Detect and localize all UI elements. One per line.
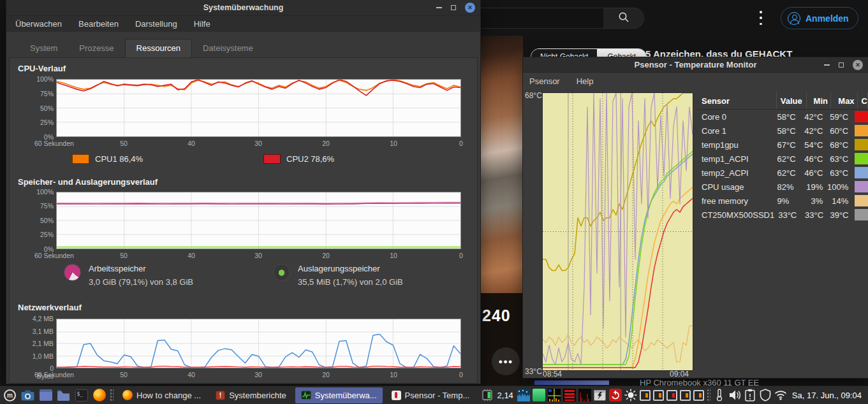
- search-button[interactable]: [603, 8, 644, 29]
- resolution-badge: 240: [482, 307, 511, 325]
- temperature-tray-icon[interactable]: [713, 389, 726, 401]
- cpufreq-applet-core3-icon[interactable]: [666, 390, 677, 401]
- terminal-icon: $_: [75, 389, 88, 401]
- tab-prozesse[interactable]: Prozesse: [68, 40, 124, 57]
- close-icon[interactable]: ✕: [853, 60, 863, 70]
- table-row[interactable]: temp2_ACPI62°C46°C63°C: [697, 166, 868, 180]
- menu-hilfe[interactable]: Hilfe: [194, 19, 210, 29]
- signin-button[interactable]: Anmelden: [781, 7, 858, 29]
- terminal-launcher[interactable]: $_: [74, 388, 89, 403]
- network-section-title: Netzwerkverlauf: [18, 303, 82, 312]
- maximize-icon[interactable]: [451, 5, 456, 10]
- cpufreq-applet-core2-icon[interactable]: [653, 390, 664, 401]
- cpu-x-20: 20: [312, 140, 340, 147]
- minimize-icon[interactable]: [824, 64, 830, 66]
- shield-firewall-icon[interactable]: [759, 389, 772, 401]
- signin-label: Anmelden: [805, 13, 849, 24]
- sensor-color-swatch: [855, 111, 868, 122]
- header-min[interactable]: Min: [807, 92, 831, 109]
- volume-icon[interactable]: [728, 389, 741, 401]
- menu-psensor[interactable]: Psensor: [529, 76, 560, 86]
- firefox-launcher[interactable]: [92, 388, 107, 403]
- video-thumbnail[interactable]: [480, 36, 523, 293]
- cpufreq-applet-core4-icon[interactable]: [680, 390, 691, 401]
- taskbar-window-howtochange[interactable]: How to change ...: [117, 387, 207, 403]
- window-button-label: Psensor - Temp...: [405, 391, 470, 400]
- menu-help[interactable]: Help: [577, 76, 594, 86]
- power-button-icon[interactable]: [609, 389, 622, 401]
- header-value[interactable]: Value: [777, 92, 807, 109]
- table-row[interactable]: CPU usage82%19%100%: [697, 180, 868, 194]
- net-y-31: 3,1 MB: [32, 328, 54, 335]
- thermometer-icon: [392, 391, 401, 400]
- network-graph-applet-icon[interactable]: [517, 389, 530, 401]
- more-actions-button[interactable]: ●●●: [492, 347, 520, 375]
- header-max[interactable]: Max: [831, 92, 858, 109]
- panel-drag-handle[interactable]: [110, 389, 114, 401]
- titlebar[interactable]: Systemüberwachung ✕: [6, 0, 480, 16]
- header-color[interactable]: C: [858, 92, 868, 109]
- tab-dateisysteme[interactable]: Dateisysteme: [192, 40, 264, 57]
- wifi-icon[interactable]: [774, 389, 787, 401]
- net-x-50: 50: [110, 371, 138, 379]
- taskbar-window-systemmonitor[interactable]: Systemüberwa...: [295, 387, 383, 403]
- window-manager-launcher[interactable]: [38, 388, 53, 403]
- clipboard-icon[interactable]: [744, 389, 756, 401]
- clock[interactable]: Sa, 17. Jun., 09:04: [792, 391, 862, 400]
- tab-ressourcen[interactable]: Ressourcen: [125, 39, 192, 57]
- menu-darstellung[interactable]: Darstellung: [135, 19, 177, 29]
- table-row[interactable]: CT250MX500SSD133°C33°C39°C: [697, 208, 868, 222]
- tab-system[interactable]: System: [19, 40, 68, 57]
- cpu1-legend[interactable]: CPU1 86,4%: [72, 154, 143, 164]
- table-header[interactable]: Sensor Value Min Max C: [697, 92, 868, 110]
- swap-legend-item[interactable]: Auslagerungsspeicher 35,5 MiB (1,7%) von…: [273, 264, 403, 287]
- cpu1-legend-label: CPU1 86,4%: [95, 154, 143, 164]
- titlebar[interactable]: Psensor - Temperature Monitor ✕: [523, 57, 868, 73]
- mint-menu-button[interactable]: m: [3, 388, 17, 403]
- load-average-value[interactable]: 2,14: [496, 391, 515, 400]
- taskbar: m $_ How to change ... ! Systemberichte …: [0, 386, 868, 404]
- file-manager-launcher[interactable]: [56, 388, 71, 403]
- header-sensor[interactable]: Sensor: [697, 92, 777, 109]
- brightness-sun-icon[interactable]: [624, 389, 637, 401]
- memory-legend-item[interactable]: Arbeitsspeicher 3,0 GiB (79,1%) von 3,8 …: [64, 264, 193, 287]
- menu-ueberwachen[interactable]: Überwachen: [15, 19, 62, 29]
- tray-drag-handle[interactable]: [707, 389, 710, 401]
- swap-pie-icon: [273, 264, 290, 281]
- table-row[interactable]: Core 158°C42°C60°C: [697, 124, 868, 138]
- table-row[interactable]: free memory9%3%14%: [697, 194, 868, 208]
- swap-legend-value: 35,5 MiB (1,7%) von 2,0 GiB: [298, 277, 403, 287]
- firefox-icon: [93, 389, 106, 401]
- xkill-applet-icon[interactable]: [594, 389, 607, 401]
- camera-icon: [21, 390, 34, 401]
- cpu2-legend[interactable]: CPU2 78,6%: [263, 154, 334, 164]
- memory-applet-icon[interactable]: [533, 389, 545, 401]
- screenshot-launcher[interactable]: [20, 388, 35, 403]
- io-spikes-applet-icon[interactable]: [578, 389, 591, 401]
- mem-y-25: 25%: [32, 231, 54, 238]
- taskbar-window-psensor[interactable]: Psensor - Temp...: [386, 387, 476, 403]
- axis-time-start: 08:54: [543, 370, 562, 378]
- maximize-icon[interactable]: [839, 62, 844, 68]
- mem-x-40: 40: [177, 252, 205, 259]
- menu-bearbeiten[interactable]: Bearbeiten: [78, 19, 119, 29]
- taskbar-window-systemberichte[interactable]: ! Systemberichte: [210, 387, 292, 403]
- cpufreq-applet-core1-icon[interactable]: [640, 390, 651, 401]
- disk-applet-icon[interactable]: [563, 389, 576, 401]
- multiload-graph-applet-icon[interactable]: [548, 389, 561, 401]
- mem-x-30: 30: [244, 252, 272, 259]
- alert-icon: !: [216, 391, 225, 400]
- cpu2-color-swatch: [263, 154, 281, 164]
- cpu-load-applet-icon[interactable]: [481, 389, 494, 401]
- minimize-icon[interactable]: [436, 7, 442, 8]
- close-icon[interactable]: ✕: [465, 3, 475, 13]
- axis-max-temp: 68°C: [525, 91, 542, 100]
- net-y-10: 1,0 MB: [32, 352, 54, 360]
- cpu-y-75: 75%: [32, 90, 54, 97]
- table-row[interactable]: Core 058°C42°C59°C: [697, 110, 868, 124]
- cpufreq-applet-core5-icon[interactable]: [693, 390, 704, 401]
- table-row[interactable]: temp1_ACPI62°C46°C63°C: [697, 152, 868, 166]
- kebab-menu-icon[interactable]: [760, 11, 762, 25]
- ellipsis-icon: ●●●: [499, 357, 513, 365]
- table-row[interactable]: temp1gpu67°C54°C68°C: [697, 138, 868, 152]
